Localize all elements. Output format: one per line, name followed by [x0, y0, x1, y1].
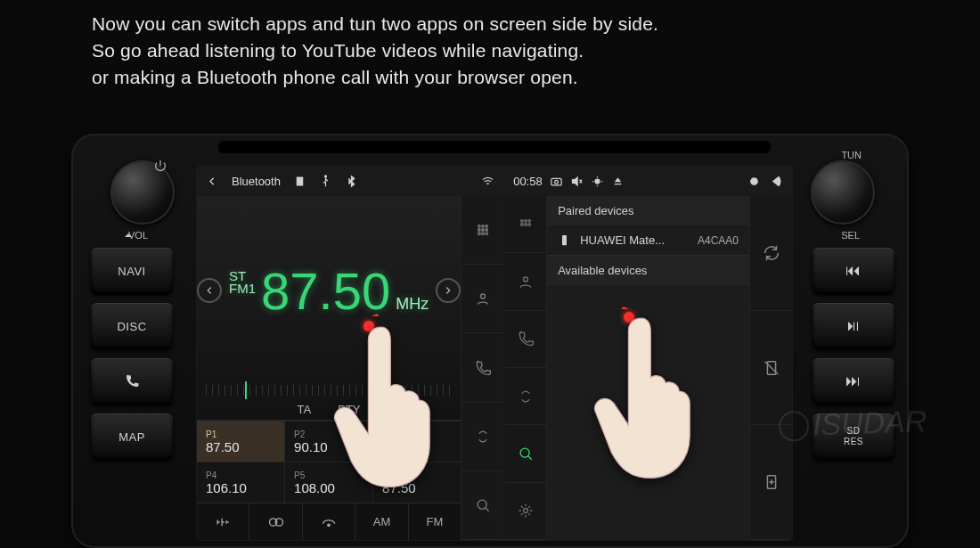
eject-status-icon [611, 175, 625, 188]
bt-contacts-icon[interactable] [504, 253, 546, 310]
svg-point-5 [478, 225, 480, 228]
svg-point-20 [520, 219, 523, 222]
paired-devices-header: Paired devices [547, 196, 749, 225]
svg-point-10 [486, 229, 488, 232]
preset-5[interactable]: P5 108.00 [285, 462, 373, 503]
res-label: RES [844, 438, 863, 446]
promo-copy: Now you can switch apps and tun two apps… [92, 11, 658, 91]
tune-knob-label: TUN [841, 150, 862, 160]
frequency-readout: STFM1 87.50 MHz [229, 261, 429, 321]
svg-point-26 [523, 277, 527, 282]
bt-dialpad-icon[interactable] [504, 196, 546, 253]
navi-button[interactable]: NAVI [91, 248, 173, 294]
volume-knob[interactable] [110, 160, 175, 225]
touchscreen: Bluetooth [196, 165, 793, 541]
seek-down-button[interactable] [197, 278, 222, 303]
svg-point-28 [523, 509, 527, 513]
call-log-icon[interactable] [461, 333, 503, 402]
promo-line-2: So go ahead listening to YouTube videos … [92, 37, 658, 64]
svg-point-17 [554, 180, 558, 184]
promo-line-3: or making a Bluetooth phone call with yo… [92, 64, 658, 91]
search-icon[interactable] [461, 471, 503, 540]
svg-point-27 [520, 448, 529, 457]
svg-point-14 [480, 294, 485, 299]
eq-button[interactable] [197, 503, 249, 540]
device-mac: A4CAA0 [698, 234, 739, 247]
volume-knob-label: VOL [128, 230, 148, 241]
presets-grid: P1 87.50 P2 90.10 P3 98.10 [197, 420, 461, 503]
fm-mode-button[interactable]: FM [409, 503, 461, 540]
bt-search-icon[interactable] [504, 425, 546, 482]
next-track-button[interactable]: ⏭ [813, 358, 894, 405]
usb-status-icon [319, 175, 332, 188]
phone-device-icon [558, 233, 571, 247]
touch-arrow-left-icon [369, 308, 385, 324]
preset-4[interactable]: P4 106.10 [197, 462, 285, 503]
contacts-icon[interactable] [461, 265, 503, 333]
dial-scale[interactable] [206, 385, 452, 396]
phone-button[interactable] [91, 358, 173, 405]
svg-rect-29 [562, 235, 567, 245]
tuner-display: STFM1 87.50 MHz [197, 196, 461, 385]
bt-status-bar: 00:58 [504, 166, 792, 196]
svg-point-15 [478, 500, 486, 509]
disc-button[interactable]: DISC [91, 303, 173, 349]
bt-side-icons [504, 196, 547, 540]
paired-device-row[interactable]: HUAWEI Mate... A4CAA0 [547, 225, 749, 256]
bt-settings-icon[interactable] [504, 483, 546, 540]
mode-row: AM FM [197, 503, 461, 540]
preset-1[interactable]: P1 87.50 [197, 421, 285, 462]
svg-point-21 [524, 219, 527, 222]
bt-status-icon [345, 175, 358, 188]
preset-3[interactable]: P3 98.10 [373, 421, 461, 462]
android-back-icon[interactable] [770, 175, 783, 188]
map-button[interactable]: MAP [91, 413, 173, 460]
bt-call-icon[interactable] [504, 311, 546, 368]
ta-button[interactable]: TA [298, 403, 312, 416]
dialpad-icon[interactable] [461, 196, 503, 265]
loop-button[interactable] [249, 503, 302, 540]
scan-button[interactable] [303, 503, 355, 540]
svg-point-23 [520, 223, 523, 225]
svg-point-25 [528, 223, 531, 225]
bt-link-icon[interactable] [504, 368, 546, 425]
sd-res-button[interactable]: SD RES [813, 413, 894, 460]
refresh-icon[interactable] [750, 196, 792, 311]
preset-2[interactable]: P2 90.10 [285, 421, 373, 462]
pair-icon[interactable] [461, 403, 503, 471]
home-icon[interactable] [747, 175, 761, 188]
svg-point-18 [595, 179, 600, 184]
pty-button[interactable]: PTY [338, 403, 360, 416]
dim-status-icon [591, 175, 604, 188]
hard-buttons-right: ⏮ ⏯ ⏭ SD RES [813, 248, 894, 460]
bt-clock: 00:58 [513, 175, 543, 188]
radio-main: STFM1 87.50 MHz TA PTY [197, 196, 461, 540]
radio-side-icons [461, 196, 503, 540]
prev-track-button[interactable]: ⏮ [813, 248, 894, 294]
hard-buttons-left: NAVI DISC MAP [91, 248, 173, 460]
svg-point-9 [481, 229, 484, 232]
unpair-icon[interactable] [750, 311, 792, 426]
back-icon[interactable] [206, 175, 219, 188]
bt-right-controls [749, 196, 792, 540]
touch-arrow-right-icon [616, 301, 632, 317]
svg-point-1 [325, 175, 327, 176]
ta-pty-row: TA PTY [197, 396, 461, 420]
bt-main: Paired devices HUAWEI Mate... A4CAA0 Ava… [547, 196, 749, 540]
svg-rect-0 [297, 176, 304, 185]
connect-icon[interactable] [750, 425, 792, 540]
frequency-unit: MHz [396, 295, 429, 314]
sd-label: SD [847, 427, 861, 436]
radio-status-bar: Bluetooth [197, 166, 503, 196]
seek-up-button[interactable] [436, 278, 461, 303]
preset-6[interactable]: P6 87.50 [373, 462, 461, 503]
radio-app: Bluetooth [197, 166, 504, 540]
select-knob-label: SEL [841, 230, 860, 241]
am-mode-button[interactable]: AM [355, 503, 408, 540]
sd-status-icon [293, 175, 306, 188]
bluetooth-devices-app: 00:58 [504, 166, 792, 540]
tune-knob[interactable] [811, 160, 875, 225]
power-icon [153, 159, 167, 173]
band-labels: STFM1 [229, 270, 256, 295]
play-pause-button[interactable]: ⏯ [813, 303, 894, 349]
